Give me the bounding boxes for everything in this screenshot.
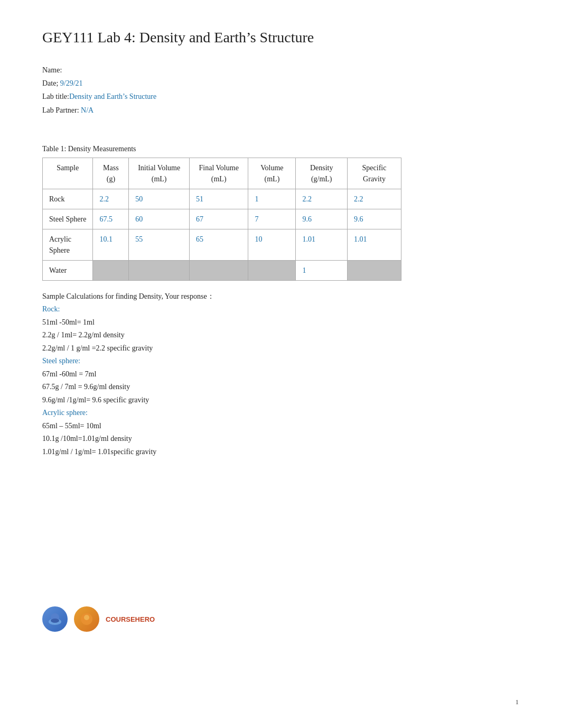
calc-line: Acrylic sphere: xyxy=(42,407,519,420)
cell-final_volume: 65 xyxy=(189,229,248,260)
table-row: Rock2.2505112.22.2 xyxy=(43,189,401,209)
calc-line: 2.2g/ml / 1 g/ml =2.2 specific gravity xyxy=(42,342,519,355)
col-sample: Sample xyxy=(43,158,93,189)
calc-line: 67ml -60ml = 7ml xyxy=(42,368,519,381)
cell-specific_gravity: 9.6 xyxy=(347,209,401,229)
footer: COURSEHERO xyxy=(42,606,519,632)
table-row: Steel Sphere67.5606779.69.6 xyxy=(43,209,401,229)
col-final-volume: Final Volume (mL) xyxy=(189,158,248,189)
table-header-row: Sample Mass (g) Initial Volume (mL) Fina… xyxy=(43,158,401,189)
sample-calculations: Sample Calculations for finding Density,… xyxy=(42,290,519,459)
cell-initial_volume: 60 xyxy=(129,209,190,229)
calc-lines-container: Rock:51ml -50ml= 1ml2.2g / 1ml= 2.2g/ml … xyxy=(42,303,519,458)
footer-blue-icon xyxy=(47,611,63,627)
cell-final_volume: 67 xyxy=(189,209,248,229)
col-density: Density (g/mL) xyxy=(296,158,348,189)
calc-line: 9.6g/ml /1g/ml= 9.6 specific gravity xyxy=(42,394,519,407)
page-number: 1 xyxy=(516,697,519,707)
footer-brand-text: COURSEHERO xyxy=(106,614,155,625)
density-table: Sample Mass (g) Initial Volume (mL) Fina… xyxy=(42,158,401,281)
cell-specific_gravity: 1.01 xyxy=(347,229,401,260)
cell-volume: 10 xyxy=(248,229,296,260)
cell-mass: 2.2 xyxy=(93,189,129,209)
calc-line: 51ml -50ml= 1ml xyxy=(42,316,519,329)
cell-density: 1 xyxy=(296,260,348,280)
cell-volume: 1 xyxy=(248,189,296,209)
cell-volume: 7 xyxy=(248,209,296,229)
cell-sample: Rock xyxy=(43,189,93,209)
col-initial-volume: Initial Volume (mL) xyxy=(129,158,190,189)
cell-density: 1.01 xyxy=(296,229,348,260)
cell-initial_volume: 55 xyxy=(129,229,190,260)
meta-lab-partner: Lab Partner: N/A xyxy=(42,104,519,117)
cell-sample: Acrylic Sphere xyxy=(43,229,93,260)
table-title: Table 1: Density Measurements xyxy=(42,143,519,154)
cell-sample: Steel Sphere xyxy=(43,209,93,229)
cell-initial_volume: 50 xyxy=(129,189,190,209)
calc-line: 10.1g /10ml=1.01g/ml density xyxy=(42,432,519,446)
col-volume: Volume (mL) xyxy=(248,158,296,189)
meta-date: Date; 9/29/21 xyxy=(42,77,519,90)
calc-line: 65ml – 55ml= 10ml xyxy=(42,420,519,433)
cell-mass xyxy=(93,260,129,280)
cell-sample: Water xyxy=(43,260,93,280)
cell-specific_gravity: 2.2 xyxy=(347,189,401,209)
cell-final_volume xyxy=(189,260,248,280)
meta-block: Name: Date; 9/29/21 Lab title:Density an… xyxy=(42,63,519,117)
calc-line: 2.2g / 1ml= 2.2g/ml density xyxy=(42,329,519,342)
cell-initial_volume xyxy=(129,260,190,280)
svg-point-2 xyxy=(51,619,59,623)
meta-lab-title: Lab title:Density and Earth’s Structure xyxy=(42,90,519,103)
cell-density: 2.2 xyxy=(296,189,348,209)
calc-line: 1.01g/ml / 1g/ml= 1.01specific gravity xyxy=(42,446,519,459)
cell-specific_gravity xyxy=(347,260,401,280)
cell-volume xyxy=(248,260,296,280)
calc-line: 67.5g / 7ml = 9.6g/ml density xyxy=(42,381,519,394)
table-row: Acrylic Sphere10.15565101.011.01 xyxy=(43,229,401,260)
footer-icon-orange xyxy=(74,606,99,632)
sample-calc-intro: Sample Calculations for finding Density,… xyxy=(42,290,519,303)
table-row: Water1 xyxy=(43,260,401,280)
col-specific-gravity: Specific Gravity xyxy=(347,158,401,189)
footer-icon-circle xyxy=(42,606,68,632)
meta-name: Name: xyxy=(42,63,519,77)
svg-point-4 xyxy=(84,615,89,620)
col-mass: Mass (g) xyxy=(93,158,129,189)
cell-final_volume: 51 xyxy=(189,189,248,209)
calc-line: Steel sphere: xyxy=(42,355,519,368)
calc-line: Rock: xyxy=(42,303,519,316)
footer-orange-icon xyxy=(79,612,94,626)
page-title: GEY111 Lab 4: Density and Earth’s Struct… xyxy=(42,26,519,49)
cell-mass: 10.1 xyxy=(93,229,129,260)
cell-density: 9.6 xyxy=(296,209,348,229)
cell-mass: 67.5 xyxy=(93,209,129,229)
